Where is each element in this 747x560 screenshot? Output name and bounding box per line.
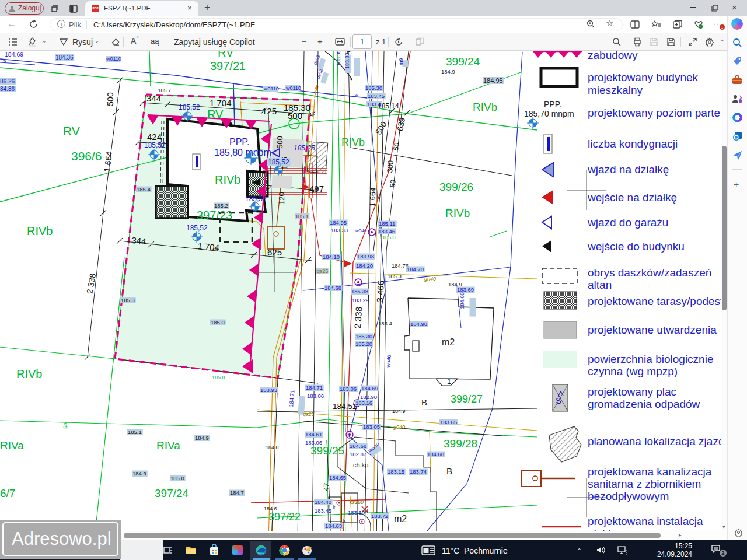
- svg-text:g040: g040: [393, 424, 405, 430]
- svg-text:185.3: 185.3: [388, 273, 402, 279]
- svg-text:183.16: 183.16: [355, 400, 372, 406]
- svg-text:RIVb: RIVb: [27, 225, 53, 237]
- svg-text:344: 344: [146, 93, 161, 103]
- svg-text:184.69: 184.69: [361, 385, 378, 391]
- svg-text:gn40: gn40: [424, 276, 436, 282]
- svg-text:184.9: 184.9: [132, 470, 146, 477]
- svg-text:183.45: 183.45: [315, 508, 331, 514]
- svg-text:RIVa: RIVa: [156, 439, 180, 452]
- svg-text:6/7: 6/7: [0, 487, 15, 499]
- svg-text:gromadzenia odpadów: gromadzenia odpadów: [588, 398, 700, 410]
- svg-text:185.11: 185.11: [379, 220, 395, 227]
- svg-text:183.98: 183.98: [357, 253, 374, 260]
- svg-text:184.6: 184.6: [264, 506, 277, 512]
- svg-text:185.1: 185.1: [128, 429, 142, 435]
- svg-text:w0110: w0110: [263, 86, 279, 92]
- svg-text:397/24: 397/24: [155, 487, 189, 499]
- svg-text:184.51: 184.51: [333, 402, 357, 411]
- svg-text:185.0: 185.0: [212, 374, 225, 380]
- svg-text:50: 50: [392, 142, 401, 151]
- svg-text:184.76: 184.76: [392, 262, 409, 269]
- svg-text:50: 50: [388, 179, 397, 188]
- svg-text:bezodpływowym: bezodpływowym: [588, 490, 669, 502]
- svg-text:2 338: 2 338: [352, 306, 364, 329]
- svg-text:185,52: 185,52: [144, 141, 166, 149]
- svg-text:k: k: [333, 505, 336, 510]
- svg-text:1 664: 1 664: [368, 187, 377, 206]
- svg-text:125: 125: [262, 106, 277, 116]
- svg-text:185,52: 185,52: [245, 195, 267, 203]
- svg-text:184.71: 184.71: [288, 390, 295, 407]
- svg-text:w0110: w0110: [106, 56, 121, 62]
- svg-text:184.9: 184.9: [195, 435, 209, 441]
- svg-text:183.29: 183.29: [352, 297, 369, 303]
- svg-text:1 704: 1 704: [210, 98, 232, 108]
- svg-text:sanitarna z zbiornikiem: sanitarna z zbiornikiem: [588, 478, 701, 490]
- svg-text:185.30: 185.30: [355, 333, 372, 340]
- svg-text:gał: gał: [61, 421, 68, 429]
- svg-text:397/22: 397/22: [268, 511, 301, 523]
- svg-text:183.33: 183.33: [344, 52, 350, 69]
- svg-text:184.68: 184.68: [350, 443, 366, 449]
- svg-text:397/21: 397/21: [210, 60, 246, 72]
- svg-text:182.87: 182.87: [350, 451, 366, 457]
- svg-text:184.20: 184.20: [356, 262, 373, 269]
- svg-text:185.0: 185.0: [211, 319, 225, 326]
- svg-text:500: 500: [374, 120, 389, 136]
- svg-text:397/23: 397/23: [197, 209, 232, 222]
- svg-text:PPP.: PPP.: [229, 137, 249, 147]
- svg-text:183.72: 183.72: [371, 513, 388, 519]
- svg-text:183.06: 183.06: [340, 386, 357, 392]
- svg-text:projektowany budynek: projektowany budynek: [588, 71, 699, 83]
- svg-text:projektowane tarasy/podesty: projektowane tarasy/podesty: [588, 295, 727, 307]
- svg-text:projektowany poziom parteru: projektowany poziom parteru: [588, 107, 727, 119]
- svg-text:86.26: 86.26: [0, 78, 15, 85]
- svg-text:czynna (wg mpzp): czynna (wg mpzp): [588, 365, 678, 377]
- svg-text:184.65: 184.65: [329, 474, 346, 481]
- svg-text:399/25: 399/25: [310, 444, 344, 457]
- svg-text:183.69: 183.69: [457, 286, 474, 293]
- svg-text:184.68: 184.68: [427, 451, 444, 457]
- svg-text:wjazd na działkę: wjazd na działkę: [587, 163, 669, 176]
- svg-text:RIVb: RIVb: [445, 207, 470, 219]
- svg-text:183.05: 183.05: [363, 424, 380, 430]
- svg-text:185.2: 185.2: [214, 202, 228, 209]
- svg-text:185.0: 185.0: [382, 235, 396, 240]
- svg-text:2 338: 2 338: [85, 272, 97, 294]
- svg-text:wejście do budynku: wejście do budynku: [587, 240, 685, 253]
- svg-text:185.1: 185.1: [295, 214, 309, 219]
- svg-text:184.68: 184.68: [324, 285, 341, 291]
- svg-text:344: 344: [131, 235, 146, 246]
- svg-text:1 664: 1 664: [102, 151, 114, 173]
- svg-text:184.95: 184.95: [330, 219, 347, 226]
- svg-text:183.15: 183.15: [388, 468, 404, 475]
- svg-text:ks160: ks160: [350, 499, 364, 505]
- svg-text:w: w: [354, 92, 358, 97]
- svg-text:183.45: 183.45: [368, 93, 385, 99]
- svg-text:B: B: [421, 397, 427, 407]
- svg-text:185.3: 185.3: [121, 297, 135, 303]
- svg-text:1: 1: [447, 377, 451, 386]
- svg-text:183.06: 183.06: [307, 393, 324, 399]
- svg-text:184.9: 184.9: [441, 68, 455, 75]
- svg-text:m2: m2: [394, 514, 407, 524]
- svg-text:185,52: 185,52: [179, 103, 200, 111]
- svg-text:w040: w040: [355, 228, 367, 233]
- svg-text:w0110: w0110: [285, 85, 301, 91]
- svg-text:183.65: 183.65: [440, 419, 457, 425]
- svg-text:47: 47: [322, 482, 330, 491]
- svg-text:3 466: 3 466: [375, 281, 386, 303]
- svg-text:projektowana kanalizacja: projektowana kanalizacja: [588, 466, 712, 478]
- svg-text:399/28: 399/28: [444, 438, 477, 450]
- svg-text:RIVb: RIVb: [473, 101, 497, 113]
- svg-text:500: 500: [106, 92, 115, 106]
- svg-text:184.95: 184.95: [483, 77, 503, 84]
- svg-text:185,52: 185,52: [268, 158, 289, 166]
- svg-text:RIVb: RIVb: [215, 173, 240, 186]
- svg-text:liczba kondygnacji: liczba kondygnacji: [588, 138, 678, 150]
- svg-text:184.9: 184.9: [392, 408, 406, 414]
- svg-text:185.30: 185.30: [284, 103, 310, 113]
- svg-text:184.70: 184.70: [407, 266, 424, 272]
- svg-text:obrys daszków/zadaszeń: obrys daszków/zadaszeń: [588, 267, 711, 279]
- svg-text:mieszkalny: mieszkalny: [588, 84, 643, 96]
